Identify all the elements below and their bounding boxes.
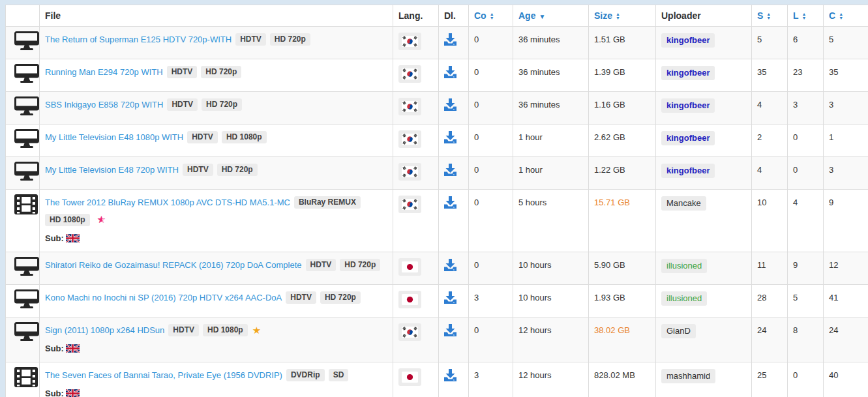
age-cell: 12 hours [513, 317, 589, 362]
size-value: 15.71 GB [594, 198, 630, 207]
column-header-age[interactable]: Age▼ [513, 5, 589, 27]
torrent-title-link[interactable]: SBS Inkigayo E858 720p WITH [45, 100, 163, 110]
tv-icon [14, 141, 39, 151]
category-cell [6, 190, 40, 252]
uploader-link[interactable]: illusioned [661, 259, 707, 273]
download-icon[interactable] [444, 196, 456, 209]
korean-flag-icon [398, 196, 421, 213]
column-label: L [793, 10, 799, 21]
uploader-link[interactable]: Mancake [661, 196, 706, 211]
download-icon[interactable] [444, 131, 456, 143]
download-icon[interactable] [444, 98, 456, 111]
torrent-title-link[interactable]: The Return of Superman E125 HDTV 720p-WI… [45, 35, 232, 44]
table-row: Sign (2011) 1080p x264 HDSunHDTVHD 1080p… [6, 317, 868, 362]
quality-badge: HD 720p [340, 259, 380, 271]
quality-badge: HDTV [168, 324, 199, 336]
file-title-line: Sign (2011) 1080p x264 HDSunHDTVHD 1080p… [45, 324, 387, 336]
torrent-title-link[interactable]: Kono Machi no Inochi ni SP (2016) 720p H… [45, 293, 282, 302]
uploader-link[interactable]: kingofbeer [661, 33, 715, 48]
leechers-cell: 0 [788, 125, 824, 157]
column-header-size[interactable]: Size▲▼ [589, 5, 656, 27]
uploader-link[interactable]: kingofbeer [661, 131, 715, 145]
download-icon[interactable] [444, 33, 456, 46]
header-row: FileLang.Dl.Co▲▼Age▼Size▲▼UploaderS▲▼L▲▼… [6, 5, 868, 27]
comments-cell: 0 [469, 317, 513, 362]
column-header-co[interactable]: Co▲▼ [469, 5, 513, 27]
torrent-title-link[interactable]: My Little Television E48 1080p WITH [45, 132, 183, 142]
file-cell: My Little Television E48 720p WITHHDTVHD… [40, 157, 393, 190]
size-cell: 1.51 GB [589, 27, 656, 59]
seeders-cell: 5 [752, 27, 788, 59]
column-header-lang: Lang. [393, 5, 439, 27]
column-header-uploader: Uploader [656, 5, 752, 27]
seeders-cell: 4 [752, 157, 788, 190]
leechers-cell: 6 [788, 27, 824, 59]
download-icon[interactable] [444, 291, 456, 304]
torrent-title-link[interactable]: The Tower 2012 BluRay REMUX 1080p AVC DT… [45, 198, 290, 207]
column-label: File [45, 10, 61, 21]
japanese-flag-icon [398, 368, 421, 386]
column-header-l[interactable]: L▲▼ [788, 5, 824, 27]
age-cell: 36 minutes [513, 59, 589, 92]
size-cell: 38.02 GB [589, 317, 656, 362]
uploader-link[interactable]: kingofbeer [661, 66, 715, 80]
age-cell: 1 hour [513, 125, 589, 157]
size-value: 1.39 GB [594, 67, 625, 77]
completed-cell: 5 [824, 27, 868, 59]
download-icon[interactable] [444, 66, 456, 78]
size-value: 1.51 GB [594, 35, 625, 44]
size-cell: 1.16 GB [589, 92, 656, 125]
uploader-link[interactable]: GianD [661, 324, 696, 338]
tv-icon [14, 269, 39, 279]
leechers-cell: 5 [788, 285, 824, 317]
comments-cell: 0 [469, 252, 513, 285]
table-row: Kono Machi no Inochi ni SP (2016) 720p H… [6, 285, 868, 317]
uploader-link[interactable]: kingofbeer [661, 98, 715, 113]
leechers-cell: 23 [788, 59, 824, 92]
column-header-c[interactable]: C▲▼ [824, 5, 868, 27]
uploader-cell: kingofbeer [656, 157, 752, 190]
age-cell: 10 hours [513, 252, 589, 285]
column-label: Size [594, 10, 612, 21]
uploader-link[interactable]: mashhamid [661, 369, 715, 383]
column-label: Co [474, 10, 486, 21]
quality-badge: SD [329, 369, 349, 381]
seeders-cell: 28 [752, 285, 788, 317]
download-icon[interactable] [444, 259, 456, 271]
download-cell [439, 125, 469, 157]
korean-flag-icon [398, 163, 421, 181]
download-icon[interactable] [444, 324, 456, 336]
completed-cell: 41 [824, 285, 868, 317]
size-cell: 1.93 GB [589, 285, 656, 317]
column-label: S [757, 10, 763, 21]
category-cell [6, 27, 40, 59]
file-cell: Running Man E294 720p WITHHDTVHD 720p [40, 59, 393, 92]
torrent-title-link[interactable]: Shiratori Reiko de Gozaimasu! REPACK (20… [45, 260, 302, 270]
download-icon[interactable] [444, 369, 456, 381]
uploader-link[interactable]: illusioned [661, 291, 707, 306]
torrent-title-link[interactable]: My Little Television E48 720p WITH [45, 165, 179, 175]
uploader-link[interactable]: kingofbeer [661, 164, 715, 178]
download-icon[interactable] [444, 164, 456, 176]
language-cell [393, 59, 439, 92]
file-title-line: The Tower 2012 BluRay REMUX 1080p AVC DT… [45, 196, 387, 209]
uk-flag-icon [66, 389, 80, 397]
file-title-line: Running Man E294 720p WITHHDTVHD 720p [45, 66, 387, 78]
torrent-title-link[interactable]: Running Man E294 720p WITH [45, 67, 163, 77]
leechers-cell: 0 [788, 157, 824, 190]
seeders-cell: 2 [752, 125, 788, 157]
file-title-line: Kono Machi no Inochi ni SP (2016) 720p H… [45, 291, 387, 304]
completed-cell: 24 [824, 317, 868, 362]
completed-cell: 35 [824, 59, 868, 92]
table-row: The Tower 2012 BluRay REMUX 1080p AVC DT… [6, 190, 868, 252]
subtitle-label: Sub: [45, 233, 64, 243]
tv-icon [14, 334, 39, 344]
category-cell [6, 285, 40, 317]
quality-badge: HD 720p [320, 291, 361, 304]
file-cell: Kono Machi no Inochi ni SP (2016) 720p H… [40, 285, 393, 317]
column-header-s[interactable]: S▲▼ [752, 5, 788, 27]
torrent-table-header: FileLang.Dl.Co▲▼Age▼Size▲▼UploaderS▲▼L▲▼… [6, 5, 868, 27]
torrent-title-link[interactable]: Sign (2011) 1080p x264 HDSun [45, 325, 164, 335]
comments-cell: 0 [469, 125, 513, 157]
torrent-title-link[interactable]: The Seven Faces of Bannai Tarao, Private… [45, 370, 282, 380]
